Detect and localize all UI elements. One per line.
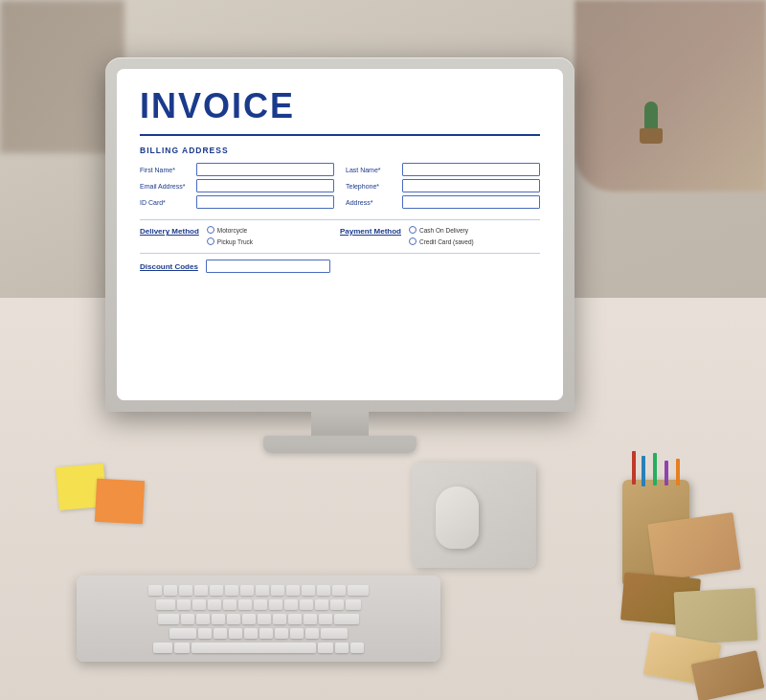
key: [275, 628, 288, 639]
wood-sample-3: [674, 588, 758, 644]
key-shift-left: [169, 628, 196, 639]
key: [315, 599, 328, 610]
wood-samples: [527, 508, 766, 700]
key: [332, 585, 346, 596]
motorcycle-radio[interactable]: [207, 226, 214, 234]
key-spacebar: [192, 643, 316, 653]
bg-items-right: [574, 0, 766, 192]
pen-green: [653, 453, 657, 485]
discount-row: Discount Codes: [140, 260, 540, 273]
key: [284, 599, 298, 610]
key: [192, 599, 206, 610]
last-name-input[interactable]: [402, 163, 540, 176]
cash-on-delivery-radio[interactable]: [409, 226, 417, 234]
sticky-note-orange: [95, 479, 145, 525]
key: [177, 599, 191, 610]
id-card-input[interactable]: [196, 195, 334, 209]
telephone-input[interactable]: [402, 179, 540, 192]
delivery-radio-group: Motorcycle Pickup Truck: [207, 226, 253, 245]
keyboard-row-3: [158, 614, 359, 624]
email-input[interactable]: [196, 179, 334, 192]
form-divider: [140, 219, 540, 220]
telephone-label: Telephone*: [346, 183, 398, 190]
keyboard-row-4: [169, 628, 348, 639]
pickup-truck-label: Pickup Truck: [217, 238, 253, 245]
invoice-form: INVOICE BILLING ADDRESS First Name*: [117, 69, 563, 400]
motorcycle-option[interactable]: Motorcycle: [207, 226, 253, 234]
key: [181, 614, 194, 624]
key: [223, 599, 237, 610]
key: [286, 585, 300, 596]
discount-label: Discount Codes: [140, 262, 198, 271]
key: [179, 585, 192, 596]
monitor-neck: [311, 412, 369, 436]
key-alt-right: [318, 643, 333, 653]
key: [330, 599, 344, 610]
methods-row: Delivery Method Motorcycle Pickup Truck: [140, 226, 540, 245]
monitor-screen: INVOICE BILLING ADDRESS First Name*: [117, 69, 563, 400]
last-name-label: Last Name*: [346, 167, 398, 173]
pen-red: [632, 451, 636, 485]
invoice-title: INVOICE: [140, 86, 540, 126]
key: [212, 614, 225, 624]
key: [317, 585, 330, 596]
cash-on-delivery-option[interactable]: Cash On Delivery: [409, 226, 474, 234]
key: [269, 599, 282, 610]
key-backspace: [348, 585, 369, 596]
key: [214, 628, 227, 639]
wood-sample-1: [647, 512, 740, 581]
credit-card-radio[interactable]: [409, 237, 417, 245]
monitor-body: INVOICE BILLING ADDRESS First Name*: [105, 57, 574, 412]
payment-radio-group: Cash On Delivery Credit Card (saved): [409, 226, 474, 245]
key: [229, 628, 242, 639]
form-divider-2: [140, 253, 540, 254]
key: [227, 614, 240, 624]
payment-method-label: Payment Method: [340, 227, 401, 236]
key-arrow-left: [335, 643, 349, 653]
mouse: [436, 486, 479, 549]
key: [256, 585, 269, 596]
cactus-decoration: [632, 96, 670, 144]
email-label: Email Address*: [140, 183, 192, 190]
address-label: Address*: [346, 199, 398, 206]
id-card-label: ID Card*: [140, 199, 192, 206]
key: [271, 585, 284, 596]
address-input[interactable]: [402, 195, 540, 209]
invoice-divider: [140, 134, 540, 136]
key: [259, 628, 273, 639]
last-name-column: Last Name* Telephone* Address*: [346, 163, 540, 212]
key: [258, 614, 271, 624]
pen-blue: [642, 456, 645, 486]
key: [244, 628, 258, 639]
key-arrow-right: [350, 643, 364, 653]
billing-address-header: BILLING ADDRESS: [140, 146, 540, 155]
monitor: INVOICE BILLING ADDRESS First Name*: [105, 57, 574, 450]
motorcycle-label: Motorcycle: [217, 227, 247, 234]
delivery-method-section: Delivery Method Motorcycle Pickup Truck: [140, 226, 340, 245]
pickup-truck-radio[interactable]: [207, 237, 214, 245]
keyboard-row-1: [148, 585, 369, 596]
key-shift-right: [321, 628, 348, 639]
key: [290, 628, 304, 639]
cash-on-delivery-label: Cash On Delivery: [419, 227, 468, 234]
key-enter: [334, 614, 359, 624]
first-name-label: First Name*: [140, 167, 192, 173]
first-name-input[interactable]: [196, 163, 334, 176]
key: [305, 628, 319, 639]
key-ctrl: [153, 643, 172, 653]
keyboard: [77, 576, 440, 662]
key: [148, 585, 162, 596]
discount-input[interactable]: [206, 260, 330, 273]
keyboard-row-2: [156, 599, 361, 610]
key: [208, 599, 221, 610]
credit-card-option[interactable]: Credit Card (saved): [409, 237, 474, 245]
form-fields-grid: First Name* Email Address* ID Card*: [140, 163, 540, 212]
credit-card-label: Credit Card (saved): [419, 238, 474, 245]
key: [346, 599, 361, 610]
pickup-truck-option[interactable]: Pickup Truck: [207, 237, 253, 245]
key: [304, 614, 317, 624]
key: [225, 585, 238, 596]
key: [196, 614, 210, 624]
key: [288, 614, 302, 624]
key-alt: [174, 643, 190, 653]
